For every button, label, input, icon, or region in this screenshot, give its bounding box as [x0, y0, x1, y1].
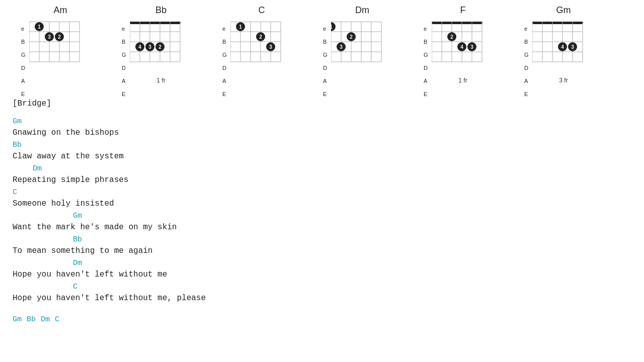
svg-text:3: 3: [571, 44, 574, 50]
string-label-A: A: [222, 78, 227, 84]
string-label-A: A: [122, 78, 126, 84]
string-label-B: B: [222, 39, 227, 45]
string-label-D: D: [524, 65, 529, 71]
string-label-B: B: [424, 39, 428, 45]
finger-G2: 3: [48, 34, 51, 40]
svg-rect-80: [532, 22, 583, 24]
string-label-D: D: [424, 65, 428, 71]
bb-fret-label: 1 fr: [156, 77, 165, 84]
svg-text:4: 4: [138, 44, 141, 50]
svg-text:1: 1: [331, 24, 333, 30]
chord-c-1: C: [13, 187, 634, 198]
svg-text:3: 3: [148, 44, 151, 50]
chord-gm: Gm e B G D A E: [513, 5, 614, 84]
string-label-E: E: [222, 91, 227, 97]
string-label-e: e: [323, 26, 328, 32]
string-label-E: E: [323, 91, 328, 97]
svg-text:3: 3: [340, 44, 343, 50]
chord-dm: Dm e B G D A E: [312, 5, 413, 84]
svg-text:4: 4: [561, 44, 564, 50]
f-fret-label: 1 fr: [458, 77, 467, 84]
finger-D2: 2: [58, 34, 61, 40]
string-label-D: D: [323, 65, 328, 71]
svg-text:4: 4: [460, 44, 463, 50]
string-label-D: D: [21, 65, 26, 71]
f-grid: 2 4 3: [432, 22, 497, 79]
string-label-e: e: [122, 26, 126, 32]
string-label-G: G: [524, 52, 529, 58]
svg-text:3: 3: [269, 44, 272, 50]
string-label-G: G: [323, 52, 328, 58]
lyric-claw: Claw away at the system: [13, 150, 634, 162]
chord-gm-1: Gm: [13, 116, 634, 127]
string-label-e: e: [424, 26, 428, 32]
lyric-block-6: Bb To mean something to me again: [13, 234, 634, 258]
string-label-G: G: [122, 52, 126, 58]
lyric-block-1: Gm Gnawing on the bishops: [13, 116, 634, 140]
string-label-B: B: [323, 39, 328, 45]
lyric-want: Want the mark he's made on my skin: [13, 221, 634, 233]
chord-dm-1: Dm: [13, 163, 634, 174]
lyric-repeating: Repeating simple phrases: [13, 174, 634, 186]
string-label-D: D: [222, 65, 227, 71]
svg-text:2: 2: [450, 34, 453, 40]
footer-chord-gm: Gm: [13, 315, 22, 324]
string-label-e: e: [222, 26, 227, 32]
string-label-B: B: [524, 39, 529, 45]
string-label-D: D: [122, 65, 126, 71]
footer-chord-dm: Dm: [41, 315, 50, 324]
svg-text:2: 2: [350, 34, 353, 40]
string-label-B: B: [21, 39, 26, 45]
string-label-E: E: [122, 91, 126, 97]
chord-f: F e B G D A E: [413, 5, 513, 84]
chord-gm-name: Gm: [556, 5, 571, 16]
chord-c-2: C: [13, 282, 634, 292]
chord-dm-2: Dm: [13, 258, 634, 268]
finger-B1: 1: [38, 24, 41, 30]
chord-gm-2: Gm: [13, 211, 634, 221]
lyric-block-5: Gm Want the mark he's made on my skin: [13, 211, 634, 234]
chord-c-name: C: [259, 5, 265, 16]
chord-diagrams-row: Am e B G D A E: [10, 5, 634, 84]
bb-grid: 4 3 2: [130, 22, 195, 79]
lyric-hope2: Hope you haven't left without me, please: [13, 292, 634, 304]
lyric-block-7: Dm Hope you haven't left without me: [13, 258, 634, 282]
string-label-A: A: [524, 78, 529, 84]
am-grid: 1 3 2 ×: [29, 22, 90, 79]
lyric-gnawing: Gnawing on the bishops: [13, 127, 634, 139]
dm-grid: × 1 3 2: [331, 22, 396, 79]
string-label-B: B: [122, 39, 126, 45]
lyrics-section: [Bridge] Gm Gnawing on the bishops Bb Cl…: [10, 99, 634, 324]
barre-bb: [130, 22, 181, 24]
string-label-A: A: [21, 78, 26, 84]
string-label-E: E: [424, 91, 428, 97]
c-grid: × 1 2 3: [230, 22, 296, 79]
chord-dm-name: Dm: [355, 5, 369, 16]
svg-text:2: 2: [259, 34, 262, 40]
chord-bb-2: Bb: [13, 234, 634, 245]
gm-grid: 4 3: [532, 22, 598, 79]
string-label-G: G: [222, 52, 227, 58]
footer-chords: Gm Bb Dm C: [13, 315, 634, 324]
lyric-block-4: C Someone holy insisted: [13, 187, 634, 211]
chord-am-name: Am: [54, 5, 67, 16]
chord-bb: Bb e B G D A E: [111, 5, 211, 84]
chord-c: C e B G D A E: [211, 5, 312, 84]
footer-chord-bb: Bb: [27, 315, 36, 324]
string-label-A: A: [424, 78, 428, 84]
lyric-hope1: Hope you haven't left without me: [13, 268, 634, 281]
lyric-block-2: Bb Claw away at the system: [13, 140, 634, 163]
lyric-tomean: To mean something to me again: [13, 245, 634, 257]
footer-chord-c: C: [55, 315, 59, 324]
lyric-block-8: C Hope you haven't left without me, plea…: [13, 282, 634, 305]
chord-bb-1: Bb: [13, 140, 634, 150]
svg-text:1: 1: [239, 24, 242, 30]
chord-bb-name: Bb: [155, 5, 167, 16]
svg-text:2: 2: [158, 44, 162, 50]
lyric-block-3: Dm Repeating simple phrases: [13, 163, 634, 187]
string-label-G: G: [21, 52, 26, 58]
lyric-someone: Someone holy insisted: [13, 198, 634, 210]
string-label-E: E: [21, 91, 26, 97]
chord-am: Am e B G D A E: [10, 5, 111, 84]
chord-f-name: F: [460, 5, 466, 16]
